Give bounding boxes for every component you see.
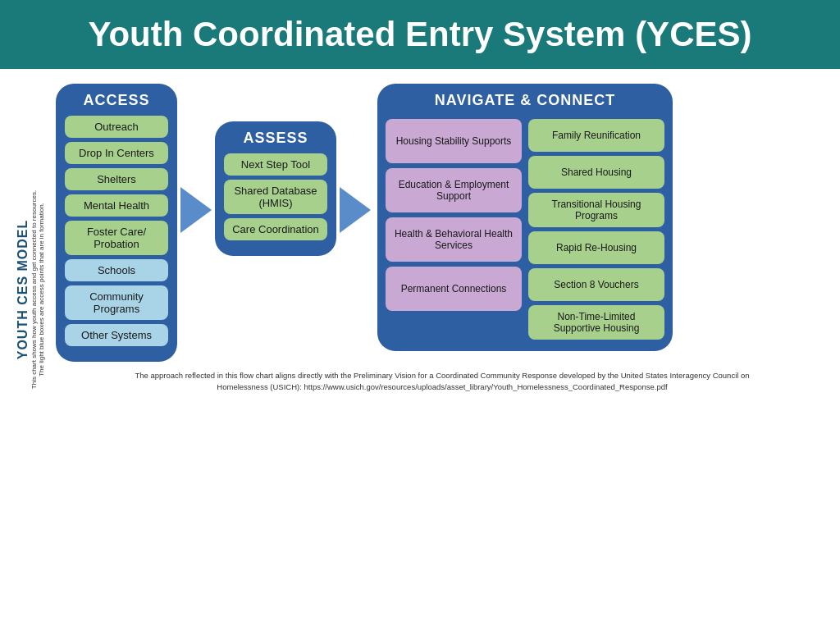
sidebar-label: YOUTH CES MODEL This chart shows how you… (8, 89, 52, 491)
nav-transitional-housing: Transitional Housing Programs (528, 193, 664, 227)
navigate-right: Family Reunification Shared Housing Tran… (528, 119, 664, 340)
nav-rapid-rehousing: Rapid Re-Housing (528, 231, 664, 264)
header-title: Youth Coordinated Entry System (YCES) (89, 15, 752, 53)
access-item-drop-in: Drop In Centers (65, 142, 168, 164)
assess-item-database: Shared Database (HMIS) (224, 180, 327, 214)
access-item-community: Community Programs (65, 285, 168, 320)
nav-housing-stability: Housing Stability Supports (386, 119, 522, 163)
assess-title: ASSESS (243, 130, 308, 147)
access-title: ACCESS (83, 92, 149, 109)
nav-education-employment: Education & Employment Support (386, 168, 522, 212)
navigate-title: NAVIGATE & CONNECT (435, 92, 615, 109)
navigate-column: NAVIGATE & CONNECT Housing Stability Sup… (377, 84, 673, 351)
sidebar-text2: The light blue boxes are access points t… (38, 203, 45, 377)
header: Youth Coordinated Entry System (YCES) (0, 0, 840, 69)
access-column: ACCESS Outreach Drop In Centers Shelters… (56, 84, 177, 362)
sidebar-text1: This chart shows how youth access and ge… (30, 190, 38, 389)
arrow-2 (340, 187, 371, 233)
model-label: YOUTH CES MODEL (16, 220, 30, 360)
access-item-schools: Schools (65, 259, 168, 281)
footer-text: The approach reflected in this flow char… (52, 370, 832, 394)
arrow-triangle-1 (180, 187, 212, 233)
assess-item-care: Care Coordination (224, 218, 327, 240)
assess-item-next-step: Next Step Tool (224, 153, 327, 176)
navigate-left: Housing Stability Supports Education & E… (386, 119, 522, 340)
arrow-1 (180, 187, 212, 233)
nav-shared-housing: Shared Housing (528, 156, 664, 189)
access-item-foster-care: Foster Care/ Probation (65, 221, 168, 255)
nav-family-reunification: Family Reunification (528, 119, 664, 152)
arrow-triangle-2 (340, 187, 371, 233)
nav-permanent-connections: Permanent Connections (386, 267, 522, 311)
access-item-other: Other Systems (65, 324, 168, 346)
nav-non-time-limited: Non-Time-Limited Supportive Housing (528, 305, 664, 340)
access-item-outreach: Outreach (65, 116, 168, 138)
nav-section-8: Section 8 Vouchers (528, 268, 664, 301)
navigate-inner: Housing Stability Supports Education & E… (386, 119, 664, 340)
nav-health-behavioral: Health & Behavioral Health Services (386, 217, 522, 262)
access-item-mental-health: Mental Health (65, 194, 168, 217)
access-item-shelters: Shelters (65, 168, 168, 190)
assess-column: ASSESS Next Step Tool Shared Database (H… (215, 121, 336, 256)
